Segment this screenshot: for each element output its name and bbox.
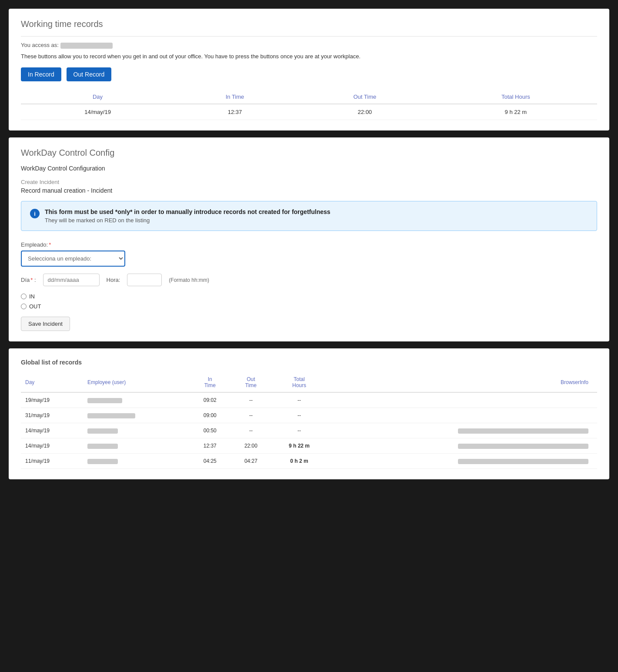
browser-blurred — [458, 428, 588, 434]
format-hint: (Formato hh:mm) — [169, 277, 209, 283]
gcol-out-time: OutTime — [230, 373, 271, 392]
cell-day: 11/may/19 — [21, 454, 83, 469]
info-box: i This form must be used *only* in order… — [21, 201, 597, 231]
cell-total-hours: 9 h 22 m — [271, 438, 327, 454]
cell-day: 19/may/19 — [21, 392, 83, 408]
empleado-group: Empleado:* Selecciona un empleado: — [21, 241, 597, 267]
cell-employee — [83, 392, 190, 408]
global-list-table: Day Employee (user) InTime OutTime Total… — [21, 373, 597, 469]
cell-total-hours: -- — [271, 423, 327, 438]
cell-total-hours: -- — [271, 408, 327, 423]
in-record-button[interactable]: In Record — [21, 67, 61, 81]
cell-day: 14/may/19 — [21, 104, 174, 120]
global-list-card: Global list of records Day Employee (use… — [9, 348, 609, 479]
cell-in-time: 09:02 — [190, 392, 230, 408]
cell-out-time: 22:00 — [295, 104, 434, 120]
cell-day: 31/may/19 — [21, 408, 83, 423]
cell-out-time: 22:00 — [230, 438, 271, 454]
hora-label: Hora: — [107, 277, 120, 283]
radio-out-item: OUT — [21, 303, 597, 310]
browser-blurred — [458, 444, 588, 449]
gcol-in-time: InTime — [190, 373, 230, 392]
gcol-employee: Employee (user) — [83, 373, 190, 392]
cell-browser — [327, 408, 597, 423]
table-header-row: Day In Time Out Time Total Hours — [21, 90, 597, 104]
cell-in-time: 00:50 — [190, 423, 230, 438]
col-out-time: Out Time — [295, 90, 434, 104]
col-day: Day — [21, 90, 174, 104]
cell-total-hours: -- — [271, 392, 327, 408]
dia-label: Día* : — [21, 277, 36, 283]
cell-out-time: -- — [230, 423, 271, 438]
info-bold-text: This form must be used *only* in order t… — [45, 208, 331, 215]
user-name-blurred — [60, 43, 113, 49]
radio-group: IN OUT — [21, 293, 597, 310]
radio-in-label: IN — [29, 293, 35, 300]
workday-config-title: WorkDay Control Config — [21, 148, 597, 158]
access-text: You access as: — [21, 42, 597, 49]
list-item: 31/may/19 09:00 -- -- — [21, 408, 597, 423]
required-marker: * — [49, 241, 51, 248]
dia-hora-row: Día* : Hora: (Formato hh:mm) — [21, 274, 597, 286]
gcol-total-hours: TotalHours — [271, 373, 327, 392]
empleado-label: Empleado:* — [21, 241, 597, 248]
save-incident-button[interactable]: Save Incident — [21, 317, 70, 331]
cell-browser — [327, 392, 597, 408]
radio-out-label: OUT — [29, 303, 41, 310]
empleado-select[interactable]: Selecciona un empleado: — [21, 251, 125, 267]
cell-in-time: 12:37 — [190, 438, 230, 454]
cell-out-time: 04:27 — [230, 454, 271, 469]
record-buttons: In Record Out Record — [21, 67, 597, 81]
record-manual-label: Record manual creation - Incident — [21, 187, 597, 194]
cell-browser — [327, 454, 597, 469]
cell-employee — [83, 423, 190, 438]
cell-employee — [83, 438, 190, 454]
working-time-card: Working time records You access as: Thes… — [9, 9, 609, 130]
cell-employee — [83, 454, 190, 469]
list-item: 14/may/19 00:50 -- -- — [21, 423, 597, 438]
create-incident-label: Create Incident — [21, 179, 597, 185]
list-item: 14/may/19 12:37 22:00 9 h 22 m — [21, 438, 597, 454]
cell-in-time: 09:00 — [190, 408, 230, 423]
cell-total-hours: 9 h 22 m — [434, 104, 597, 120]
workday-config-subtitle: WorkDay Control Configuration — [21, 165, 597, 172]
gcol-day: Day — [21, 373, 83, 392]
global-list-title: Global list of records — [21, 359, 597, 366]
global-table-header: Day Employee (user) InTime OutTime Total… — [21, 373, 597, 392]
working-time-table: Day In Time Out Time Total Hours 14/may/… — [21, 90, 597, 120]
cell-employee — [83, 408, 190, 423]
radio-in-item: IN — [21, 293, 597, 300]
cell-browser — [327, 438, 597, 454]
radio-out[interactable] — [21, 304, 27, 309]
col-in-time: In Time — [174, 90, 295, 104]
working-time-title: Working time records — [21, 19, 597, 29]
table-row: 14/may/19 12:37 22:00 9 h 22 m — [21, 104, 597, 120]
cell-out-time: -- — [230, 392, 271, 408]
cell-total-hours: 0 h 2 m — [271, 454, 327, 469]
info-sub-text: They will be marked on RED on the listin… — [45, 217, 331, 224]
cell-day: 14/may/19 — [21, 438, 83, 454]
hora-input[interactable] — [127, 274, 162, 286]
info-icon: i — [30, 209, 40, 218]
gcol-browser: BrowserInfo — [327, 373, 597, 392]
radio-in[interactable] — [21, 294, 27, 299]
browser-blurred — [458, 459, 588, 464]
workday-config-card: WorkDay Control Config WorkDay Control C… — [9, 137, 609, 341]
list-item: 11/may/19 04:25 04:27 0 h 2 m — [21, 454, 597, 469]
description-text: These buttons allow you to record when y… — [21, 52, 597, 61]
cell-in-time: 12:37 — [174, 104, 295, 120]
cell-in-time: 04:25 — [190, 454, 230, 469]
col-total-hours: Total Hours — [434, 90, 597, 104]
info-box-content: This form must be used *only* in order t… — [45, 208, 331, 224]
out-record-button[interactable]: Out Record — [67, 67, 112, 81]
cell-browser — [327, 423, 597, 438]
divider-1 — [21, 36, 597, 37]
cell-day: 14/may/19 — [21, 423, 83, 438]
cell-out-time: -- — [230, 408, 271, 423]
dia-input[interactable] — [43, 274, 100, 286]
list-item: 19/may/19 09:02 -- -- — [21, 392, 597, 408]
